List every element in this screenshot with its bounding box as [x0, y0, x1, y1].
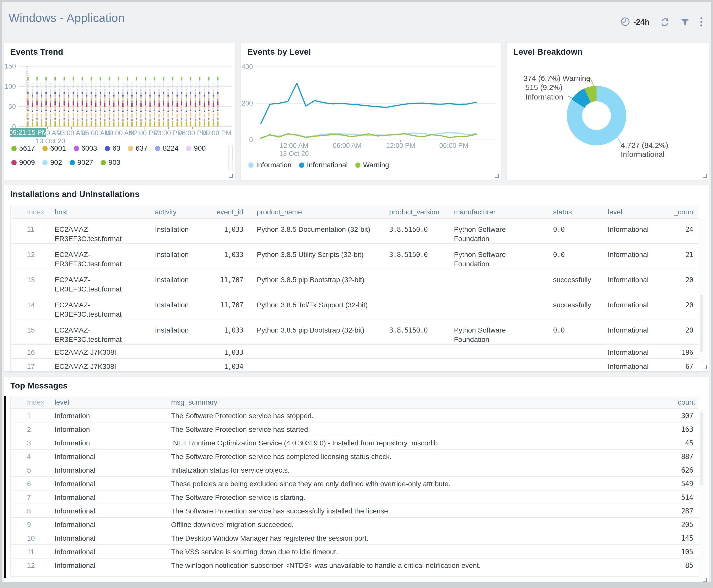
legend-label: Informational [307, 161, 348, 169]
table-cell: Installation [145, 218, 217, 244]
column-header-msg_summary[interactable]: msg_summary [161, 396, 658, 408]
scrollbar-thumb[interactable] [700, 412, 703, 485]
legend-swatch [128, 146, 133, 151]
scrollbar-thumb[interactable] [229, 147, 232, 161]
resize-handle[interactable] [702, 578, 707, 582]
svg-text:Information: Information [525, 93, 563, 101]
row-index: 17 [11, 358, 45, 373]
time-range-button[interactable]: -24h [620, 17, 650, 28]
table-cell: Installation [145, 244, 217, 269]
installations-scrollbar[interactable] [699, 219, 704, 363]
column-header-level[interactable]: level [598, 206, 658, 218]
table-row[interactable]: 2InformationThe Software Protection serv… [11, 422, 699, 436]
legend-item-warning[interactable]: Warning [355, 161, 389, 169]
time-range-label: -24h [633, 18, 650, 27]
table-row[interactable]: 10InformationalThe Desktop Window Manage… [11, 531, 699, 545]
table-row[interactable]: 12EC2AMAZ-ER3EF3C.test.formatInstallatio… [11, 244, 699, 269]
table-row[interactable]: 1InformationThe Software Protection serv… [11, 408, 699, 422]
filter-button[interactable] [680, 17, 690, 27]
column-header-product_version[interactable]: product_version [379, 206, 444, 218]
table-row[interactable]: 3Information.NET Runtime Optimization Se… [11, 436, 699, 449]
legend-scrollbar[interactable] [228, 145, 233, 171]
table-row[interactable]: 6InformationalThese policies are being e… [11, 477, 699, 490]
resize-handle[interactable] [702, 365, 707, 369]
row-index: 1 [11, 408, 45, 422]
legend-swatch [299, 163, 304, 168]
table-cell: EC2AMAZ-ER3EF3C.test.format [45, 244, 145, 269]
table-cell: Information [45, 408, 161, 422]
top-messages-scrollbar[interactable] [699, 409, 704, 577]
table-row[interactable]: 12InformationalThe winlogon notification… [11, 558, 699, 572]
table-cell: 11,707 [217, 269, 247, 294]
legend-item-637[interactable]: 637 [128, 144, 147, 152]
table-row[interactable]: 7InformationalThe Software Protection se… [11, 490, 699, 504]
legend-item-6001[interactable]: 6001 [42, 144, 66, 152]
panel-top-messages: Top Messages Indexlevelmsg_summary_count… [3, 377, 710, 582]
table-cell: 0.0 [543, 218, 598, 244]
table-row[interactable]: 8InformationalThe Software Protection se… [11, 504, 699, 518]
table-cell: 3.8.5150.0 [379, 218, 444, 244]
refresh-icon [659, 24, 670, 28]
table-cell: successfully [543, 269, 598, 294]
events-trend-chart[interactable]: 15010050012:00 AM03:00 AM06:00 AM09:00 A… [4, 59, 236, 145]
more-menu-button[interactable] [700, 17, 703, 27]
column-header-index[interactable]: Index [11, 206, 45, 218]
legend-item-900[interactable]: 900 [186, 144, 206, 152]
column-header-host[interactable]: host [45, 206, 145, 218]
table-row[interactable]: 9InformationalOffline downlevel migratio… [11, 518, 699, 531]
legend-swatch [11, 146, 17, 151]
table-cell: Informational [45, 477, 161, 490]
table-row[interactable]: 14EC2AMAZ-ER3EF3C.test.formatInstallatio… [11, 294, 699, 319]
table-cell: Information [45, 436, 161, 449]
row-index: 13 [11, 269, 45, 294]
table-row[interactable]: 13EC2AMAZ-ER3EF3C.test.formatInstallatio… [11, 269, 699, 294]
scrollbar-thumb[interactable] [700, 294, 703, 353]
column-header-status[interactable]: status [543, 206, 598, 218]
legend-item-903[interactable]: 903 [101, 159, 120, 167]
table-cell: 3.8.5150.0 [379, 244, 444, 269]
table-row[interactable]: 15EC2AMAZ-ER3EF3C.test.formatInstallatio… [11, 319, 699, 344]
level-breakdown-chart[interactable]: 374 (6.7%) Warning515 (9.2%)Information4… [507, 43, 710, 181]
table-cell: 145 [658, 531, 699, 545]
legend-item-9027[interactable]: 9027 [69, 159, 93, 167]
table-cell: 514 [658, 490, 699, 504]
resize-handle[interactable] [495, 174, 499, 178]
refresh-button[interactable] [659, 17, 670, 27]
table-cell: EC2AMAZ-ER3EF3C.test.format [45, 269, 145, 294]
legend-item-902[interactable]: 902 [42, 159, 62, 167]
legend-item-5617[interactable]: 5617 [11, 144, 35, 152]
column-header-product_name[interactable]: product_name [247, 206, 379, 218]
table-row[interactable]: 11EC2AMAZ-ER3EF3C.test.formatInstallatio… [11, 218, 699, 244]
row-index: 8 [11, 504, 45, 518]
legend-swatch [42, 160, 48, 165]
table-cell [543, 344, 598, 358]
legend-item-information[interactable]: Information [248, 161, 291, 169]
column-header-index[interactable]: Index [11, 396, 45, 408]
table-cell: Informational [598, 358, 658, 373]
column-header-manufacturer[interactable]: manufacturer [444, 206, 543, 218]
svg-text:4,727 (84.2%): 4,727 (84.2%) [621, 141, 668, 149]
table-row[interactable]: 11InformationalThe VSS service is shutti… [11, 545, 699, 558]
table-cell: Informational [598, 244, 658, 269]
legend-item-9009[interactable]: 9009 [11, 159, 35, 167]
table-row[interactable]: 17EC2AMAZ-J7K308I1,034Informational67 [11, 358, 699, 373]
table-row[interactable]: 4InformationalThe Software Protection se… [11, 449, 699, 463]
resize-handle[interactable] [229, 174, 233, 178]
installations-table-wrap: Indexhostactivityevent_idproduct_namepro… [11, 206, 704, 363]
column-header-_count[interactable]: _count [658, 396, 699, 408]
column-header-event_id[interactable]: event_id [217, 206, 247, 218]
left-black-scrollbar[interactable] [4, 396, 6, 578]
table-row[interactable]: 16EC2AMAZ-J7K308I1,033Informational196 [11, 344, 699, 358]
table-row[interactable]: 5InformationalInitialization status for … [11, 463, 699, 477]
column-header-level[interactable]: level [45, 396, 161, 408]
events-by-level-chart[interactable]: 400200012:00 AM06:00 AM12:00 PM06:00 PM1… [241, 59, 502, 160]
legend-item-63[interactable]: 63 [105, 144, 120, 152]
legend-item-6003[interactable]: 6003 [74, 144, 97, 152]
legend-item-informational[interactable]: Informational [299, 161, 348, 169]
legend-item-8224[interactable]: 8224 [155, 144, 179, 152]
column-header-_count[interactable]: _count [658, 206, 699, 218]
resize-handle[interactable] [702, 174, 707, 178]
column-header-activity[interactable]: activity [145, 206, 217, 218]
table-cell: Informational [598, 269, 658, 294]
table-cell: 287 [658, 504, 699, 518]
